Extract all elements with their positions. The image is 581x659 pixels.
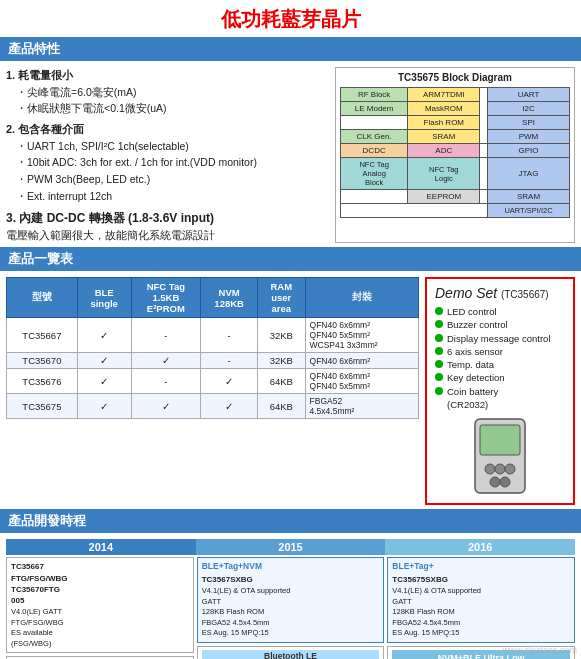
bd-empty2 (480, 144, 488, 158)
cell-model: TC35670 (7, 353, 78, 369)
demo-set-title: Demo Set (TC35667) (435, 285, 565, 301)
demo-item-3: Display message control (435, 332, 565, 345)
timeline-header: 產品開發時程 (0, 509, 581, 533)
bd-empty4 (341, 190, 408, 204)
bd-pwm: PWM (488, 130, 570, 144)
cell-ram: 32KB (258, 353, 305, 369)
year-2015: 2015 (196, 539, 386, 555)
col-ble: BLEsingle (77, 278, 131, 318)
demo-item-4: 6 axis sensor (435, 345, 565, 358)
cell-nvm: ✓ (201, 369, 258, 394)
demo-item-6: Key detection (435, 371, 565, 384)
col-nvm: NVM128KB (201, 278, 258, 318)
bd-uart-spi: UART/SPI/I2C (488, 204, 570, 218)
cell-nfc: ✓ (131, 353, 201, 369)
demo-item-1: LED control (435, 305, 565, 318)
cell-nvm: - (201, 318, 258, 353)
bd-clkgen: CLK Gen. (341, 130, 408, 144)
cell-pkg: QFN40 6x6mm²QFN40 5x5mm²WCSP41 3x3mm² (305, 318, 418, 353)
demo-dot-2 (435, 320, 443, 328)
cell-ram: 64KB (258, 394, 305, 419)
year-2014: 2014 (6, 539, 196, 555)
svg-point-3 (495, 464, 505, 474)
tl-box-2015-1: BLE+Tag+NVM TC3567SXBG V4.1(LE) & OTA su… (197, 557, 385, 643)
bd-arm: ARM7TDMI (408, 88, 480, 102)
demo-dot-5 (435, 360, 443, 368)
timeline-content: TC35667FTG/FSG/WBGTC35670FTG005 V4.0(LE)… (6, 557, 575, 659)
bd-jtag: JTAG (488, 158, 570, 190)
bd-sram: SRAM (408, 130, 480, 144)
product-table-section: 型號 BLEsingle NFC Tag1.5KBE²PROM NVM128KB… (0, 275, 581, 509)
feature-3: 3. 內建 DC-DC 轉換器 (1.8-3.6V input) 電壓輸入範圍很… (6, 209, 329, 244)
bd-spacer (480, 88, 488, 144)
bd-i2c: I2C (488, 102, 570, 116)
col-nfc: NFC Tag1.5KBE²PROM (131, 278, 201, 318)
device-svg (470, 417, 530, 497)
demo-dot-7 (435, 387, 443, 395)
tl-box-2016-1: BLE+Tag+ TC35675SXBG V4.1(LE) & OTA supp… (387, 557, 575, 643)
cell-nvm: ✓ (201, 394, 258, 419)
bd-eeprom: EEPROM (408, 190, 480, 204)
cell-pkg: QFN40 6x6mm² (305, 353, 418, 369)
cell-ram: 64KB (258, 369, 305, 394)
cell-nfc: ✓ (131, 394, 201, 419)
tl-col-2016: BLE+Tag+ TC35675SXBG V4.1(LE) & OTA supp… (387, 557, 575, 659)
product-table-header: 產品一覽表 (0, 247, 581, 271)
bd-nfc-logic: NFC TagLogic (408, 158, 480, 190)
bd-uart: UART (488, 88, 570, 102)
block-diagram: TC35675 Block Diagram RF Block ARM7TDMI … (335, 67, 575, 243)
svg-rect-1 (480, 425, 520, 455)
block-diagram-title: TC35675 Block Diagram (340, 72, 570, 83)
cell-ble: ✓ (77, 369, 131, 394)
bd-le-modem: LE Modem (341, 102, 408, 116)
svg-point-6 (500, 477, 510, 487)
bd-adc: ADC (408, 144, 480, 158)
svg-point-5 (490, 477, 500, 487)
demo-set-box: Demo Set (TC35667) LED control Buzzer co… (425, 277, 575, 505)
table-row: TC35667 ✓ - - 32KB QFN40 6x6mm²QFN40 5x5… (7, 318, 419, 353)
features-text: 1. 耗電量很小 ・尖峰電流=6.0毫安(mA) ・休眠狀態下電流<0.1微安(… (6, 67, 329, 243)
bd-rf-block: RF Block (341, 88, 408, 102)
bd-gpio: GPIO (488, 144, 570, 158)
svg-point-4 (505, 464, 515, 474)
timeline-year-row: 2014 2015 2016 (6, 539, 575, 555)
cell-nfc: - (131, 369, 201, 394)
bd-maskrom: MaskROM (408, 102, 480, 116)
cell-model: TC35676 (7, 369, 78, 394)
col-model: 型號 (7, 278, 78, 318)
table-row: TC35670 ✓ ✓ - 32KB QFN40 6x6mm² (7, 353, 419, 369)
svg-point-2 (485, 464, 495, 474)
col-package: 封裝 (305, 278, 418, 318)
demo-item-5: Temp. data (435, 358, 565, 371)
features-header: 產品特性 (0, 37, 581, 61)
bd-empty6 (341, 204, 488, 218)
bd-flashrom: Flash ROM (408, 116, 480, 130)
bd-empty1 (341, 116, 408, 130)
cell-nvm: - (201, 353, 258, 369)
cell-model: TC35675 (7, 394, 78, 419)
page-title: 低功耗藍芽晶片 (0, 0, 581, 37)
watermark: www.elecfans.com (502, 645, 577, 655)
feature-1: 1. 耗電量很小 ・尖峰電流=6.0毫安(mA) ・休眠狀態下電流<0.1微安(… (6, 67, 329, 117)
device-illustration (435, 417, 565, 497)
demo-dot-3 (435, 334, 443, 342)
demo-item-2: Buzzer control (435, 318, 565, 331)
product-table: 型號 BLEsingle NFC Tag1.5KBE²PROM NVM128KB… (6, 277, 419, 419)
demo-set-container: 型號 BLEsingle NFC Tag1.5KBE²PROM NVM128KB… (6, 277, 575, 505)
demo-dot-6 (435, 373, 443, 381)
cell-pkg: QFN40 6x6mm²QFN40 5x5mm² (305, 369, 418, 394)
cell-ble: ✓ (77, 353, 131, 369)
bd-dcdc: DCDC (341, 144, 408, 158)
year-2016: 2016 (385, 539, 575, 555)
demo-set-subtitle: (TC35667) (501, 289, 549, 300)
col-ram: RAMuserarea (258, 278, 305, 318)
table-left: 型號 BLEsingle NFC Tag1.5KBE²PROM NVM128KB… (6, 277, 419, 419)
bd-empty5 (480, 190, 488, 204)
table-row: TC35676 ✓ - ✓ 64KB QFN40 6x6mm²QFN40 5x5… (7, 369, 419, 394)
tl-col-2014: TC35667FTG/FSG/WBGTC35670FTG005 V4.0(LE)… (6, 557, 194, 659)
cell-ble: ✓ (77, 394, 131, 419)
features-section: 1. 耗電量很小 ・尖峰電流=6.0毫安(mA) ・休眠狀態下電流<0.1微安(… (0, 65, 581, 247)
demo-item-7: Coin battery(CR2032) (435, 385, 565, 412)
cell-model: TC35667 (7, 318, 78, 353)
tl-box-2015-2: Bluetooth LE TC35667FTG/FSG 006 V4.0(LE)… (197, 646, 385, 659)
